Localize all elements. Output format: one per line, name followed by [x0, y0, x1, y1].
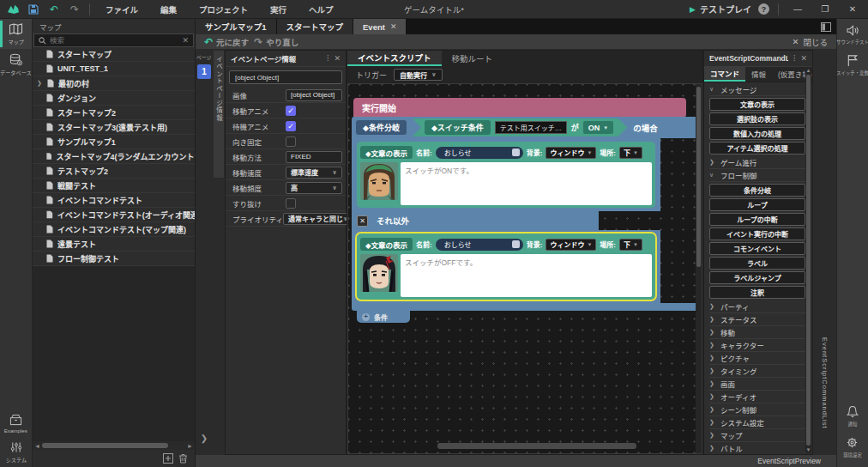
sidebar-item-database[interactable]: データベース	[0, 49, 32, 80]
canvas-horizontal-scrollbar[interactable]	[437, 443, 636, 449]
expand-chevron-icon[interactable]: ❯	[37, 80, 43, 87]
switch-name-field[interactable]: テスト用スイッチ…	[495, 121, 567, 134]
section-flow-control[interactable]: ∨フロー制御	[709, 169, 805, 182]
map-list-item[interactable]: フロー制御テスト	[33, 252, 195, 266]
command-button[interactable]: ループ	[709, 198, 805, 211]
map-list-item[interactable]: 遠景テスト	[33, 237, 195, 252]
map-list-item[interactable]: テストマップ2	[33, 164, 195, 179]
message-block-off-selected[interactable]: ◆文章の表示 名前: おしらせ 背景: ウィンドウ▼ 場所: 下▼	[357, 234, 655, 300]
close-tab-icon[interactable]: ✕	[390, 22, 397, 31]
menu-run[interactable]: 実行	[262, 3, 295, 15]
menu-edit[interactable]: 編集	[152, 3, 185, 15]
command-button[interactable]: 文章の表示	[709, 98, 805, 111]
portrait-black-hair[interactable]	[360, 254, 398, 292]
image-value-button[interactable]: [object Object]	[286, 89, 342, 101]
command-button[interactable]: ループの中断	[709, 213, 805, 226]
tab-event-script[interactable]: イベントスクリプト	[347, 51, 442, 66]
close-panel-icon[interactable]: ✕	[334, 54, 341, 63]
map-list-item[interactable]: ❯最初の村	[33, 76, 195, 91]
section-move[interactable]: ❯移動	[709, 326, 805, 339]
background-select[interactable]: ウィンドウ▼	[546, 147, 596, 159]
scroll-right-icon[interactable]: ►	[187, 443, 193, 449]
sound-test-button[interactable]: サウンドテスト	[835, 19, 868, 48]
map-list-item[interactable]: サンプルマップ1	[33, 135, 195, 149]
command-button[interactable]: 注釈	[709, 286, 805, 299]
add-condition-button[interactable]: + 条件	[357, 311, 410, 323]
map-list-item[interactable]: ダンジョン	[33, 91, 195, 106]
condition-header[interactable]: ◆条件分岐 ◆スイッチ条件 テスト用スイッチ… が ON▼ の場合	[352, 117, 702, 138]
speaker-name-field[interactable]: おしらせ	[436, 147, 523, 159]
panel-menu-icon[interactable]: ⁞	[793, 54, 796, 63]
undo-icon[interactable]: ↶	[46, 3, 62, 16]
sidebar-item-map[interactable]: マップ	[0, 19, 32, 49]
menu-project[interactable]: プロジェクト	[190, 3, 256, 15]
panel-layout-icon[interactable]	[821, 22, 831, 32]
help-icon[interactable]: ?	[758, 3, 769, 15]
map-list-item[interactable]: イベントコマンドテスト	[33, 193, 195, 208]
position-select[interactable]: 下▼	[619, 239, 642, 251]
idle-anim-checkbox[interactable]	[286, 121, 296, 131]
map-list-item[interactable]: スタートマップ2	[33, 106, 195, 120]
fix-direction-checkbox[interactable]	[286, 136, 296, 147]
section-map[interactable]: ❯マップ	[709, 429, 805, 442]
section-character[interactable]: ❯キャラクター	[709, 339, 805, 352]
tab-move-route[interactable]: 移動ルート	[442, 51, 503, 66]
copy-icon[interactable]	[512, 240, 520, 248]
speaker-name-field[interactable]: おしらせ	[436, 239, 523, 251]
redo-button[interactable]: ↷やり直し	[254, 36, 298, 48]
condition-block[interactable]: ◆条件分岐 ◆スイッチ条件 テスト用スイッチ… が ON▼ の場合 ◆文章の表示…	[352, 117, 702, 323]
doc-tab-start-map[interactable]: スタートマップ	[277, 19, 354, 34]
redo-icon[interactable]: ↷	[67, 3, 82, 16]
search-input[interactable]	[50, 36, 178, 45]
canvas-vertical-scrollbar[interactable]	[696, 84, 702, 453]
section-audio[interactable]: ❯オーディオ	[709, 391, 805, 403]
command-button[interactable]: ラベル	[709, 257, 805, 270]
command-list-vertical-tab[interactable]: EventScriptCommandList	[813, 50, 836, 455]
section-message[interactable]: ∨メッセージ	[709, 83, 805, 96]
page-number-button[interactable]: 1	[197, 64, 211, 79]
command-button[interactable]: ラベルジャンプ	[709, 271, 805, 284]
command-button[interactable]: 条件分岐	[709, 184, 805, 197]
close-panel-icon[interactable]: ✕	[800, 54, 807, 63]
map-search[interactable]: ✕	[33, 33, 194, 47]
command-button[interactable]: 数値入力の処理	[709, 127, 805, 140]
menu-help[interactable]: ヘルプ	[300, 3, 342, 15]
command-button[interactable]: 選択肢の表示	[709, 112, 805, 125]
switch-variable-button[interactable]: スイッチ・変数	[835, 48, 868, 79]
move-method-value[interactable]: FIXED	[286, 151, 342, 163]
clear-search-icon[interactable]: ✕	[182, 36, 189, 45]
section-battle[interactable]: ❯バトル	[709, 442, 805, 454]
pass-through-checkbox[interactable]	[286, 198, 296, 209]
preferences-button[interactable]: 環境設定	[842, 430, 863, 467]
command-button[interactable]: コモンイベント	[709, 242, 805, 255]
section-picture[interactable]: ❯ピクチャ	[709, 352, 805, 365]
map-list-item[interactable]: イベントコマンドテスト(マップ関連)	[33, 222, 195, 237]
message-text[interactable]: スイッチがOFFです。	[401, 254, 652, 297]
scroll-down-icon[interactable]: ▼	[806, 446, 811, 453]
map-list-item[interactable]: イベントコマンドテスト(オーディオ関連)	[33, 208, 195, 222]
tab-command[interactable]: コマンド	[704, 66, 745, 82]
page-info-vertical-tab[interactable]: イベントページ情報	[213, 50, 225, 179]
undo-button[interactable]: ↶元に戻す	[204, 36, 249, 48]
sidebar-item-examples[interactable]: Examples	[0, 409, 32, 437]
message-text[interactable]: スイッチがONです。	[401, 162, 652, 205]
restore-button[interactable]: ❐	[815, 4, 835, 14]
map-list-item[interactable]: スタートマップ3(遠景テスト用)	[33, 120, 195, 135]
tab-info[interactable]: 情報	[745, 66, 772, 82]
script-canvas[interactable]: 実行開始 ◆条件分岐 ◆スイッチ条件 テスト用スイッチ… が ON▼ の場合	[347, 83, 702, 454]
save-icon[interactable]	[26, 3, 41, 16]
command-button[interactable]: アイテム選択の処理	[709, 142, 805, 155]
map-list-item[interactable]: スタートマップ4(ランダムエンカウントテスト用)	[33, 149, 195, 164]
doc-tab-sample-map1[interactable]: サンプルマップ1	[196, 19, 277, 34]
sidebar-item-system[interactable]: システム	[0, 437, 32, 467]
section-game-progress[interactable]: ❯ゲーム進行	[709, 156, 805, 169]
panel-menu-icon[interactable]: ⁞	[327, 54, 329, 63]
add-map-button[interactable]	[163, 453, 173, 464]
message-block-on[interactable]: ◆文章の表示 名前: おしらせ 背景: ウィンドウ▼ 場所: 下▼	[357, 142, 655, 208]
section-scene-control[interactable]: ❯シーン制御	[709, 403, 805, 416]
scroll-left-icon[interactable]: ◄	[34, 443, 40, 449]
command-button[interactable]: イベント実行の中断	[709, 227, 805, 240]
close-window-button[interactable]: ✕	[842, 4, 863, 14]
map-list-item[interactable]: 戦闘テスト	[33, 179, 195, 193]
move-frequency-select[interactable]: 高∨	[286, 182, 342, 194]
